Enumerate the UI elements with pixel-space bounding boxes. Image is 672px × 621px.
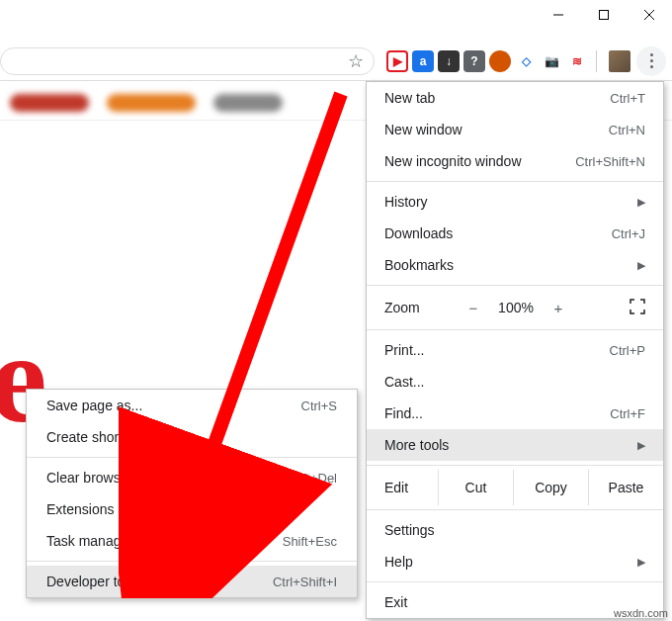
ext-question[interactable]: ? (463, 50, 485, 72)
watermark: wsxdn.com (614, 607, 668, 619)
menu-bookmarks[interactable]: Bookmarks▶ (367, 249, 663, 281)
svg-rect-1 (600, 11, 609, 20)
ext-avatar-circle[interactable] (489, 50, 511, 72)
menu-downloads[interactable]: DownloadsCtrl+J (367, 218, 663, 249)
edit-label: Edit (367, 480, 438, 495)
chevron-right-icon: ▶ (637, 556, 645, 569)
browser-menu-button[interactable] (636, 46, 666, 76)
chevron-right-icon: ▶ (637, 439, 645, 452)
bookmark-item[interactable] (107, 94, 196, 112)
toolbar-divider (596, 50, 597, 72)
bookmark-star-icon[interactable]: ☆ (348, 50, 364, 72)
submenu-task-manager[interactable]: Task managerShift+Esc (27, 525, 357, 557)
ext-whirl[interactable]: ≋ (566, 50, 588, 72)
ext-camera[interactable]: 📷 (541, 50, 562, 72)
menu-print[interactable]: Print...Ctrl+P (367, 334, 663, 366)
submenu-create-shortcut[interactable]: Create shortcut... (27, 421, 357, 453)
submenu-save-page[interactable]: Save page as...Ctrl+S (27, 390, 357, 421)
ext-red-play[interactable]: ▶ (386, 50, 408, 72)
chevron-right-icon: ▶ (637, 196, 645, 209)
zoom-in-button[interactable]: + (541, 300, 576, 316)
zoom-value: 100% (491, 300, 541, 315)
menu-settings[interactable]: Settings (367, 514, 663, 546)
zoom-label: Zoom (384, 300, 456, 315)
menu-history[interactable]: History▶ (367, 186, 663, 218)
menu-new-incognito[interactable]: New incognito windowCtrl+Shift+N (367, 145, 663, 177)
submenu-clear-browsing-data[interactable]: Clear browsing data...Ctrl+Shift+Del (27, 462, 357, 493)
menu-more-tools[interactable]: More tools▶ (367, 429, 663, 461)
menu-zoom: Zoom − 100% + (367, 290, 663, 325)
ext-png-download[interactable]: ↓ (438, 50, 460, 72)
submenu-developer-tools[interactable]: Developer toolsCtrl+Shift+I (27, 566, 357, 597)
maximize-button[interactable] (581, 0, 627, 30)
menu-find[interactable]: Find...Ctrl+F (367, 398, 663, 429)
fullscreen-icon[interactable] (630, 299, 645, 317)
bookmark-item[interactable] (213, 94, 283, 112)
submenu-extensions[interactable]: Extensions (27, 493, 357, 525)
browser-main-menu: New tabCtrl+T New windowCtrl+N New incog… (366, 81, 664, 619)
ext-blue-a[interactable]: a (412, 50, 434, 72)
window-controls (536, 0, 672, 30)
menu-help[interactable]: Help▶ (367, 546, 663, 577)
browser-toolbar: ☆ ▶a↓?◇📷≋ (0, 42, 672, 81)
profile-avatar[interactable] (609, 50, 630, 72)
paste-button[interactable]: Paste (588, 470, 663, 505)
menu-cast[interactable]: Cast... (367, 366, 663, 398)
minimize-button[interactable] (536, 0, 581, 30)
close-button[interactable] (627, 0, 672, 30)
menu-new-tab[interactable]: New tabCtrl+T (367, 82, 663, 114)
menu-edit-row: Edit Cut Copy Paste (367, 470, 663, 505)
copy-button[interactable]: Copy (513, 470, 588, 505)
zoom-out-button[interactable]: − (456, 300, 491, 316)
address-bar[interactable]: ☆ (0, 47, 375, 75)
chevron-right-icon: ▶ (637, 259, 645, 272)
more-tools-submenu: Save page as...Ctrl+S Create shortcut...… (26, 389, 358, 598)
ext-tag[interactable]: ◇ (515, 50, 537, 72)
cut-button[interactable]: Cut (438, 470, 513, 505)
menu-new-window[interactable]: New windowCtrl+N (367, 114, 663, 145)
bookmark-item[interactable] (10, 94, 89, 112)
